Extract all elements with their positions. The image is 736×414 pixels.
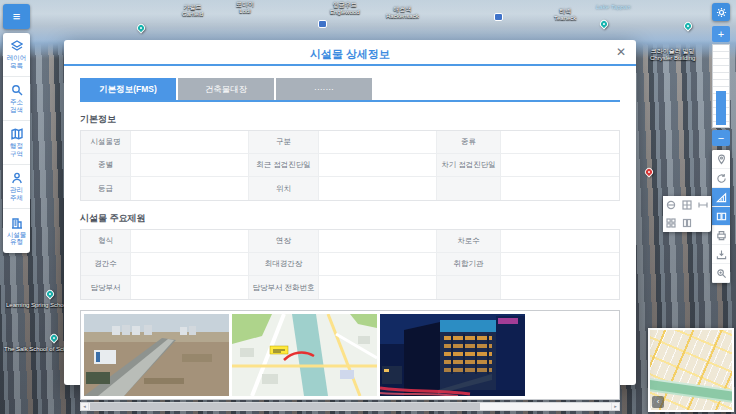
road-shield-icon xyxy=(494,13,503,21)
field-label: 위치 xyxy=(249,177,319,200)
field-label xyxy=(437,276,501,299)
main-specs-table: 형식 연장 차로수 경간수 최대경간장 취합기관 담당부서 담당부서 전화번호 xyxy=(80,229,620,300)
field-label: 구분 xyxy=(249,131,319,154)
sidebar-item-managing-body[interactable]: 관리주체 xyxy=(3,165,30,209)
tab-bar: 기본정보(FMS) 건축물대장 ······· xyxy=(80,78,620,102)
sidebar-item-address-search[interactable]: 주소검색 xyxy=(3,77,30,121)
search-icon xyxy=(11,84,23,96)
layers-icon xyxy=(11,40,23,52)
field-value xyxy=(131,253,249,276)
zoom-in-button[interactable]: + xyxy=(712,26,730,42)
location-pin-button[interactable] xyxy=(712,150,730,169)
print-button[interactable] xyxy=(712,226,730,245)
split-screen-button[interactable] xyxy=(712,207,730,226)
sidebar-panel: 레이어목록 주소검색 행정구역 관리주체 시설물유형 xyxy=(3,33,30,253)
field-label: 등급 xyxy=(81,177,131,200)
field-label: 형식 xyxy=(81,230,131,253)
left-sidebar: ≡ 레이어목록 주소검색 행정구역 관리주체 시설물유형 xyxy=(3,4,30,253)
circle-split-button[interactable] xyxy=(663,196,679,214)
location-pin-icon xyxy=(716,154,727,165)
circle-split-icon xyxy=(666,200,676,210)
split-screen-icon xyxy=(716,211,727,222)
route-map-photo[interactable] xyxy=(232,314,377,396)
field-label xyxy=(437,177,501,200)
zoom-out-button[interactable]: − xyxy=(712,130,730,146)
sidebar-item-layer-list[interactable]: 레이어목록 xyxy=(3,33,30,77)
window-grid-button[interactable] xyxy=(679,196,695,214)
refresh-button[interactable] xyxy=(712,169,730,188)
field-value xyxy=(501,276,619,299)
field-label: 차로수 xyxy=(437,230,501,253)
section-title-basic-info: 기본정보 xyxy=(80,113,620,126)
map-water-label: Lake Tappan xyxy=(596,4,630,11)
field-value xyxy=(319,131,437,154)
map-place-label: 해컨색Hackensack xyxy=(386,6,419,20)
scrollbar-thumb[interactable] xyxy=(90,403,480,410)
basic-info-table: 시설물명 구분 종류 종별 최근 점검진단일 차기 점검진단일 등급 위치 xyxy=(80,130,620,201)
field-label: 취합기관 xyxy=(437,253,501,276)
section-title-main-specs: 시설물 주요제원 xyxy=(80,212,620,225)
field-label: 담당부서 전화번호 xyxy=(249,276,319,299)
tab-more[interactable]: ······· xyxy=(276,78,372,100)
map-place-label: 가필드Garfield xyxy=(182,4,203,18)
field-value xyxy=(319,276,437,299)
night-building-photo[interactable] xyxy=(380,314,525,396)
modal-title: 시설물 상세정보 xyxy=(64,47,636,62)
field-value xyxy=(131,276,249,299)
sidebar-item-admin-district[interactable]: 행정구역 xyxy=(3,121,30,165)
tab-basic-info-fms[interactable]: 기본정보(FMS) xyxy=(80,78,176,100)
aerial-construction-photo[interactable] xyxy=(84,314,229,396)
building-icon xyxy=(11,217,23,229)
h-measure-button[interactable] xyxy=(695,196,711,214)
window-grid-icon xyxy=(682,200,692,210)
gear-icon xyxy=(716,7,727,18)
sidebar-item-facility-type[interactable]: 시설물유형 xyxy=(3,209,30,253)
close-icon[interactable]: ✕ xyxy=(616,45,626,59)
modal-header: 시설물 상세정보 ✕ xyxy=(64,40,636,66)
dual-pane-icon xyxy=(682,218,692,228)
zoom-area-button[interactable] xyxy=(712,264,730,283)
field-value xyxy=(501,253,619,276)
field-label: 연장 xyxy=(249,230,319,253)
field-value xyxy=(131,131,249,154)
field-value xyxy=(319,230,437,253)
field-value xyxy=(131,177,249,200)
scroll-left-icon[interactable]: ◂ xyxy=(81,403,89,410)
dual-pane-button[interactable] xyxy=(679,214,695,232)
field-label: 시설물명 xyxy=(81,131,131,154)
facility-detail-modal: 시설물 상세정보 ✕ 기본정보(FMS) 건축물대장 ······· 기본정보 … xyxy=(64,40,636,385)
field-label: 최대경간장 xyxy=(249,253,319,276)
scroll-right-icon[interactable]: ▸ xyxy=(611,403,619,410)
quad-pane-button[interactable] xyxy=(663,214,679,232)
modal-body: 기본정보(FMS) 건축물대장 ······· 기본정보 시설물명 구분 종류 … xyxy=(64,66,636,411)
field-value xyxy=(131,154,249,177)
field-label: 종류 xyxy=(437,131,501,154)
facility-photo-strip xyxy=(80,310,620,400)
minimap[interactable]: ‹ xyxy=(648,328,734,412)
split-mode-flyout xyxy=(663,196,711,232)
map-place-label: 잉글우드Englewood xyxy=(330,2,360,16)
tab-building-register[interactable]: 건축물대장 xyxy=(178,78,274,100)
measure-button[interactable] xyxy=(712,188,730,207)
photo-scrollbar[interactable]: ◂ ▸ xyxy=(80,402,620,411)
person-icon xyxy=(11,172,23,184)
save-button[interactable] xyxy=(712,245,730,264)
zoom-area-icon xyxy=(716,268,727,279)
field-value xyxy=(501,177,619,200)
field-value xyxy=(319,253,437,276)
field-value xyxy=(501,154,619,177)
menu-button[interactable]: ≡ xyxy=(3,4,30,29)
map-place-label: Learning Spring School xyxy=(6,302,68,309)
quad-pane-icon xyxy=(666,218,676,228)
field-label: 경간수 xyxy=(81,253,131,276)
map-place-label: 티넥Teaneck xyxy=(554,8,576,22)
field-label: 종별 xyxy=(81,154,131,177)
zoom-slider[interactable] xyxy=(712,44,730,128)
field-value xyxy=(501,131,619,154)
field-value xyxy=(501,230,619,253)
measure-ruler-icon xyxy=(716,192,727,203)
field-value xyxy=(319,177,437,200)
minimap-collapse-button[interactable]: ‹ xyxy=(652,396,664,408)
field-label: 차기 점검진단일 xyxy=(437,154,501,177)
map-settings-button[interactable] xyxy=(712,3,730,21)
